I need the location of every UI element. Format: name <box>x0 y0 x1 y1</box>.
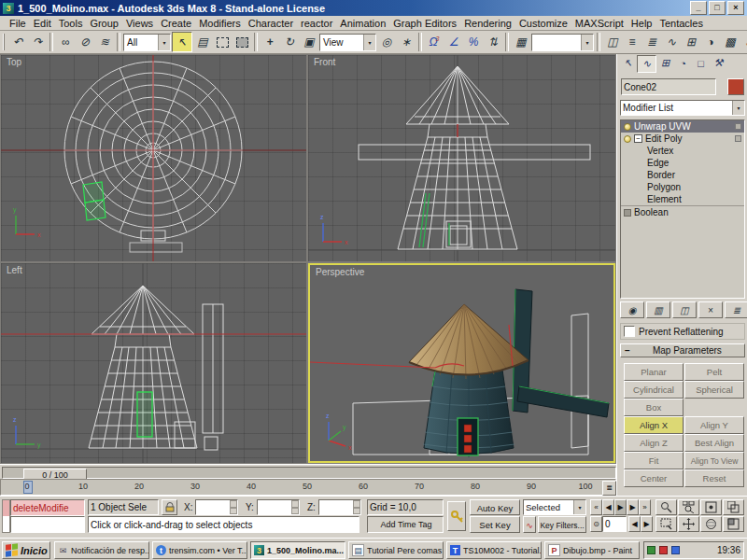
window-crossing-button[interactable] <box>233 33 251 51</box>
quick-render-button[interactable]: ♨ <box>740 33 747 51</box>
best-align-button[interactable]: Best Align <box>684 434 744 452</box>
previous-key-button[interactable]: ◀ <box>628 516 641 532</box>
menu-modifiers[interactable]: Modifiers <box>195 18 245 29</box>
pin-stack-button[interactable]: ◉ <box>620 301 644 318</box>
stack-item-boolean[interactable]: Boolean <box>621 205 744 218</box>
menu-tools[interactable]: Tools <box>55 18 87 29</box>
start-button[interactable]: Inicio <box>2 541 50 559</box>
percent-snap-button[interactable]: % <box>464 33 483 51</box>
align-button[interactable]: ≡ <box>623 33 641 51</box>
viewport-front[interactable]: Front <box>308 55 615 261</box>
stack-item-unwrap-uvw[interactable]: Unwrap UVW <box>621 120 744 133</box>
time-slider-track[interactable]: 0 / 100 <box>2 467 616 479</box>
key-filters-button[interactable]: Key Filters... <box>538 516 586 533</box>
x-spinner[interactable] <box>230 500 237 514</box>
menu-help[interactable]: Help <box>627 18 656 29</box>
prevent-reflattening-checkbox[interactable] <box>624 326 635 337</box>
rectangular-selection-region-button[interactable] <box>213 33 232 51</box>
maxscript-listener-line[interactable] <box>10 516 85 533</box>
render-scene-button[interactable]: ▩ <box>721 33 740 51</box>
stack-item-edit-poly[interactable]: − Edit Poly <box>621 133 744 145</box>
viewport-perspective[interactable]: Perspective <box>308 263 615 463</box>
open-mini-trackbar-button[interactable]: ≣ <box>602 481 616 496</box>
edit-named-selections-button[interactable]: ▦ <box>512 33 530 51</box>
layer-manager-button[interactable]: ≣ <box>642 33 661 51</box>
taskbar-item-tutorial-doc[interactable]: ▤ Tutorial Pere comas 3d <box>348 541 444 559</box>
object-color-swatch[interactable] <box>727 78 744 95</box>
x-coordinate-field[interactable] <box>195 499 238 515</box>
selection-filter-dropdown[interactable]: All ▾ <box>123 34 171 51</box>
tab-utilities[interactable]: ⚒ <box>710 55 727 71</box>
unlink-selection-button[interactable]: ⊘ <box>76 33 94 51</box>
modifier-list-dropdown[interactable]: Modifier List ▾ <box>620 100 745 116</box>
next-key-button[interactable]: ▶ <box>641 516 653 532</box>
fit-button[interactable]: Fit <box>624 452 684 469</box>
go-to-end-button[interactable]: » <box>639 499 651 515</box>
menu-create[interactable]: Create <box>157 18 195 29</box>
default-in-out-tangents-button[interactable]: ∿ <box>523 516 536 533</box>
go-to-start-button[interactable]: « <box>590 499 602 515</box>
map-parameters-rollout-header[interactable]: − Map Parameters <box>620 343 745 357</box>
select-and-scale-button[interactable]: ▣ <box>300 33 318 51</box>
select-and-link-button[interactable]: ∞ <box>56 33 75 51</box>
tray-icon-red[interactable] <box>659 546 668 554</box>
menu-file[interactable]: File <box>6 18 30 29</box>
next-frame-button[interactable]: ▶ <box>627 499 639 515</box>
selection-lock-button[interactable] <box>162 499 177 515</box>
make-unique-button[interactable]: ◫ <box>672 301 697 318</box>
viewport-top[interactable]: Top <box>1 55 306 261</box>
stack-item-element[interactable]: Element <box>621 193 744 205</box>
planar-button[interactable]: Planar <box>624 363 684 381</box>
bind-to-space-warp-button[interactable]: ≋ <box>95 33 114 51</box>
named-selection-sets-dropdown[interactable]: ▾ <box>531 34 594 51</box>
expand-collapse-icon[interactable]: − <box>634 134 642 143</box>
maximize-button[interactable]: □ <box>709 1 726 15</box>
select-and-move-button[interactable]: + <box>261 33 279 51</box>
auto-key-button[interactable]: Auto Key <box>470 499 520 515</box>
key-mode-toggle-button[interactable]: ⊙ <box>590 516 602 532</box>
stack-item-polygon[interactable]: Polygon <box>621 181 744 193</box>
y-coordinate-field[interactable] <box>257 499 300 515</box>
z-coordinate-field[interactable] <box>318 499 361 515</box>
remove-modifier-button[interactable]: × <box>698 301 723 318</box>
align-to-view-button[interactable]: Align To View <box>684 452 744 469</box>
viewport-left[interactable]: Left <box>1 263 306 463</box>
tray-icon-green[interactable] <box>647 546 655 554</box>
menu-customize[interactable]: Customize <box>515 18 571 29</box>
set-key-button[interactable]: Set Key <box>470 516 520 533</box>
stack-item-edge[interactable]: Edge <box>621 157 744 169</box>
menu-tentacles[interactable]: Tentacles <box>655 18 706 29</box>
add-time-tag[interactable]: Add Time Tag <box>367 516 444 533</box>
z-spinner[interactable] <box>353 500 360 514</box>
use-pivot-center-button[interactable]: ◎ <box>377 33 396 51</box>
set-keys-button[interactable] <box>447 501 466 531</box>
y-spinner[interactable] <box>291 500 299 514</box>
zoom-region-button[interactable] <box>655 516 677 532</box>
schematic-view-button[interactable]: ⊞ <box>682 33 700 51</box>
tab-modify[interactable]: ∿ <box>637 55 656 73</box>
taskbar-item-paint[interactable]: P Dibujo.bmp - Paint <box>544 541 640 559</box>
track-bar[interactable]: 0 10 20 30 40 50 60 70 80 90 100 ≣ <box>0 479 616 496</box>
select-by-name-button[interactable]: ▤ <box>193 33 212 51</box>
zoom-button[interactable] <box>655 499 677 515</box>
cylindrical-button[interactable]: Cylindrical <box>624 381 684 399</box>
menu-edit[interactable]: Edit <box>30 18 55 29</box>
stack-item-vertex[interactable]: Vertex <box>621 145 744 157</box>
tab-display[interactable]: □ <box>692 55 710 71</box>
select-object-button[interactable]: ↖ <box>172 32 192 52</box>
show-end-result-button[interactable]: ▥ <box>646 301 670 318</box>
configure-modifier-sets-button[interactable]: ≣ <box>725 301 747 318</box>
tray-icon-blue[interactable] <box>671 546 680 554</box>
undo-button[interactable]: ↶ <box>8 33 27 51</box>
toolbar-grip[interactable] <box>3 34 5 50</box>
tab-motion[interactable]: ◔ <box>674 55 692 71</box>
snap-toggle-button[interactable]: Ω3 <box>425 33 444 51</box>
align-x-button[interactable]: Align X <box>624 416 684 434</box>
tab-hierarchy[interactable]: ⊞ <box>656 55 674 71</box>
current-frame-field[interactable]: 0 <box>602 516 627 532</box>
previous-frame-button[interactable]: ◀ <box>602 499 614 515</box>
stack-item-border[interactable]: Border <box>621 169 744 181</box>
menu-graph-editors[interactable]: Graph Editors <box>389 18 460 29</box>
arc-rotate-button[interactable] <box>700 516 722 532</box>
reference-coordinate-dropdown[interactable]: View ▾ <box>319 34 376 51</box>
